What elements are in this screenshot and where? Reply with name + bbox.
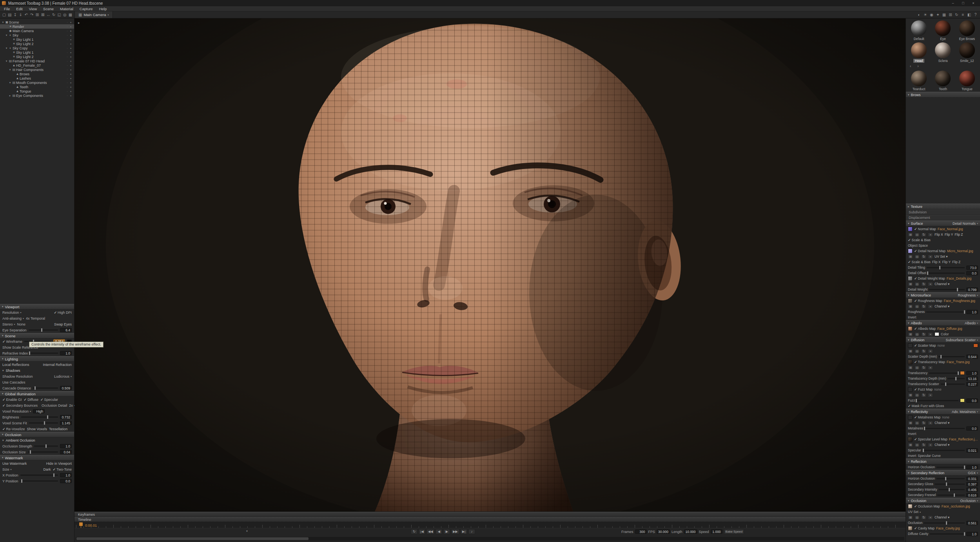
scale-bias-checkbox[interactable]: ✓Scale & Bias <box>908 238 931 242</box>
slider-handle[interactable] <box>945 382 946 386</box>
map-thumbnail[interactable] <box>908 526 913 531</box>
reload-texture-icon[interactable]: ↻ <box>921 304 926 309</box>
lock-icon[interactable]: ◦ <box>65 69 69 71</box>
use-watermark-button[interactable]: Use Watermark <box>2 462 27 466</box>
tree-item-sky[interactable]: ▾◐Sky◦● <box>0 33 74 37</box>
audio-button[interactable]: ♪ <box>468 529 475 534</box>
timeline-ruler[interactable]: 0:00.01 <box>74 522 906 528</box>
lock-icon[interactable]: ◦ <box>65 56 69 58</box>
lock-icon[interactable]: ◦ <box>65 38 69 41</box>
prev-page-icon[interactable]: ‹ <box>910 64 911 68</box>
occlusion-strength-value[interactable]: 1.0 <box>60 444 72 448</box>
layers-icon[interactable]: ≡ <box>960 12 966 18</box>
pivot-icon[interactable]: ◎ <box>62 12 67 18</box>
stereo-dropdown[interactable]: Stereo▾ <box>2 322 15 326</box>
camera-icon[interactable]: ◉ <box>929 12 935 18</box>
timeline-bar[interactable]: Timeline <box>74 517 906 522</box>
color-swatch[interactable] <box>960 398 965 402</box>
roughness-value[interactable]: 1.0 <box>966 310 978 314</box>
slider-handle[interactable] <box>41 328 42 332</box>
slider-handle[interactable] <box>21 479 22 483</box>
resolution-dropdown[interactable]: Resolution▾ <box>2 311 22 315</box>
lock-icon[interactable]: ◦ <box>65 95 69 97</box>
scatter-map-checkbox[interactable]: ✓Scatter Map <box>914 344 936 347</box>
menu-view[interactable]: View <box>26 7 40 11</box>
slider-handle[interactable] <box>958 371 959 375</box>
occlusion-slider[interactable] <box>924 522 965 524</box>
cavity-map-checkbox[interactable]: ✓Cavity Map <box>914 526 935 530</box>
x-position-value[interactable]: 1.0 <box>60 473 72 477</box>
tree-item-sky-copy[interactable]: ▾◐Sky Copy◦● <box>0 46 74 50</box>
clear-texture-icon[interactable]: × <box>928 366 933 370</box>
texture-section-occlusion[interactable]: ▾OcclusionOcclusion▾ <box>906 498 980 504</box>
slider-handle[interactable] <box>939 266 940 269</box>
channel-control[interactable]: Channel ▾ <box>935 515 949 519</box>
object-space-checkbox[interactable]: Object Space <box>908 244 928 247</box>
flip-z-checkbox[interactable]: Flip Z <box>952 260 960 264</box>
voxel-scene-fit-value[interactable]: 1.145 <box>60 421 72 425</box>
uv-set-control[interactable]: UV Set ▾ <box>935 255 948 258</box>
prev-keyframe-button[interactable]: ◀◀ <box>426 529 434 534</box>
internal-refraction-button[interactable]: Internal Refraction <box>43 363 72 367</box>
menu-file[interactable]: File <box>1 7 13 11</box>
map-thumbnail[interactable] <box>908 249 913 253</box>
tree-item-sky-light-1[interactable]: ☀Sky Light 1◦● <box>0 50 74 55</box>
detail-normal-map-checkbox[interactable]: ✓Detail Normal Map <box>914 249 946 253</box>
y-position-value[interactable]: 0.0 <box>60 479 72 483</box>
reload-texture-icon[interactable]: ↻ <box>921 233 926 237</box>
minimize-button[interactable]: – <box>948 1 958 6</box>
tree-item-scene[interactable]: ▾▣Scene◦● <box>0 20 74 24</box>
add-texture-icon[interactable]: ⊞ <box>908 233 913 237</box>
color-swatch[interactable] <box>960 371 965 375</box>
visibility-icon[interactable]: ● <box>69 69 73 71</box>
specular-slider[interactable] <box>923 450 965 451</box>
flip-z-control[interactable]: Flip Z <box>955 233 963 236</box>
detail-weight-map-checkbox[interactable]: ✓Detail Weight Map <box>914 276 945 280</box>
lock-icon[interactable]: ◦ <box>65 25 69 28</box>
menu-scene[interactable]: Scene <box>40 7 57 11</box>
camera-selector[interactable]: ▦ Main Camera ▾ <box>74 11 113 18</box>
lock-icon[interactable]: ◦ <box>65 47 69 49</box>
inspect-texture-icon[interactable]: ◎ <box>915 443 920 447</box>
dark-button[interactable]: Dark <box>43 467 51 471</box>
x-position-slider[interactable] <box>20 475 58 476</box>
section-header-scene[interactable]: ▾Scene <box>0 333 74 338</box>
tree-item-render[interactable]: ✦Render◦● <box>0 24 74 29</box>
diffuse-cavity-slider[interactable] <box>930 533 965 535</box>
grid-snap-icon[interactable]: ▦ <box>68 12 73 18</box>
clear-texture-icon[interactable]: × <box>928 443 933 447</box>
slider-handle[interactable] <box>923 449 924 452</box>
tessellation-button[interactable]: Tessellation <box>49 427 67 431</box>
channel-control[interactable]: Channel ▾ <box>935 443 949 447</box>
visibility-icon[interactable]: ● <box>69 73 73 75</box>
next-page-icon[interactable]: › <box>917 64 918 68</box>
map-thumbnail[interactable] <box>908 298 913 303</box>
slider-handle[interactable] <box>954 493 955 497</box>
local-reflections-button[interactable]: Local Reflections <box>2 363 29 367</box>
texture-section-reflection[interactable]: ▾Reflection <box>906 458 980 464</box>
detail-offset-value[interactable]: 0.0 <box>966 271 978 275</box>
metalness-value[interactable]: 0.0 <box>966 426 978 431</box>
add-texture-icon[interactable]: ⊞ <box>908 366 913 370</box>
material-eye[interactable]: Eye <box>931 20 955 42</box>
texture-section-surface[interactable]: ▾SurfaceDetail Normals▾ <box>906 220 980 226</box>
eye-separation-value[interactable]: 6.4 <box>60 328 72 332</box>
new-scene-icon[interactable]: ▢ <box>2 12 7 18</box>
visibility-icon[interactable]: ● <box>69 56 73 58</box>
lock-icon[interactable]: ◦ <box>65 60 69 62</box>
tree-item-female-07-hd-head[interactable]: ▾▤Female 07 HD Head◦● <box>0 59 74 63</box>
visibility-icon[interactable]: ● <box>69 90 73 93</box>
open-icon[interactable]: ▤ <box>7 12 12 18</box>
slider-handle[interactable] <box>927 271 928 275</box>
timeline-scrollbar[interactable] <box>76 537 904 540</box>
translucency-scatter-slider[interactable] <box>941 384 965 385</box>
map-thumbnail[interactable] <box>908 343 913 348</box>
slider-handle[interactable] <box>946 521 947 525</box>
slider-handle[interactable] <box>940 355 942 358</box>
texture-icon[interactable]: ▦ <box>941 12 947 18</box>
keyframes-bar[interactable]: Keyframes <box>74 512 906 517</box>
reload-texture-icon[interactable]: ↻ <box>921 421 926 425</box>
clear-texture-icon[interactable]: × <box>928 349 933 353</box>
close-button[interactable]: × <box>969 1 978 6</box>
clear-texture-icon[interactable]: × <box>928 393 933 397</box>
